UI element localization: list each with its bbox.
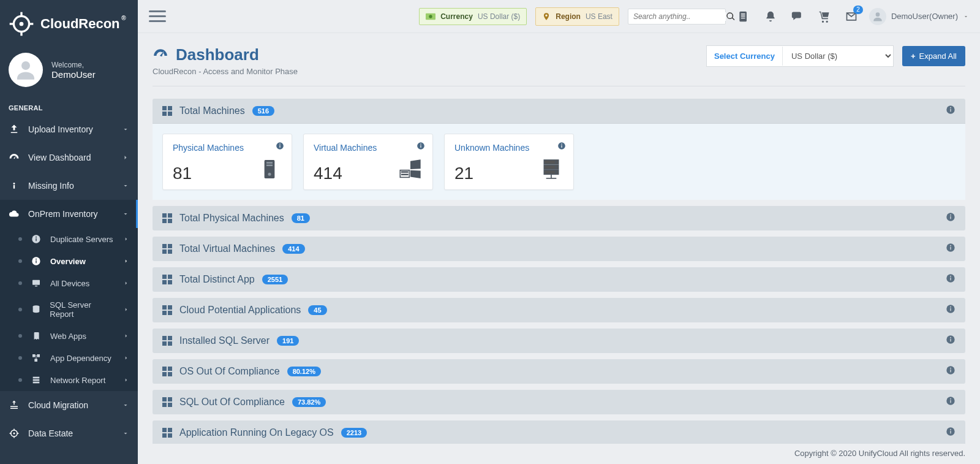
chevron-right-icon	[123, 306, 129, 313]
panel-legacy-os-apps: Application Running On Legacy OS 2213	[153, 420, 965, 444]
chevron-right-icon	[122, 154, 129, 161]
svg-rect-5	[29, 23, 34, 25]
card-unknown-machines[interactable]: Unknown Machines 21	[444, 134, 574, 190]
search-box[interactable]	[628, 9, 726, 25]
nav-app-dependency[interactable]: App Dependency	[0, 347, 138, 369]
nav-view-dashboard[interactable]: View Dashboard	[0, 143, 138, 172]
card-virtual-machines[interactable]: Virtual Machines 414	[303, 134, 433, 190]
panel-header[interactable]: Cloud Potential Applications 45	[153, 298, 965, 322]
nav-overview[interactable]: Overview	[0, 250, 138, 272]
panel-title: Total Machines	[179, 105, 245, 116]
panel-header[interactable]: Total Physical Machines 81	[153, 206, 965, 230]
info-icon[interactable]	[417, 142, 425, 150]
info-icon[interactable]	[946, 105, 956, 117]
chevron-right-icon	[123, 377, 129, 383]
svg-rect-10	[36, 238, 36, 242]
svg-rect-36	[266, 162, 273, 164]
rack-icon	[538, 157, 565, 183]
info-icon[interactable]	[276, 142, 284, 150]
info-icon[interactable]	[946, 212, 956, 224]
panel-header[interactable]: Application Running On Legacy OS 2213	[153, 420, 965, 444]
footer-copyright: Copyright © 2020 UnifyCloud All rights r…	[138, 444, 980, 464]
search-input[interactable]	[633, 12, 726, 21]
nav-sql-server-report[interactable]: SQL Server Report	[0, 294, 138, 325]
info-icon[interactable]	[557, 142, 566, 150]
bullet-icon	[18, 308, 22, 311]
sidebar: CloudRecon® Welcome, DemoUser GENERAL Up…	[0, 0, 138, 464]
svg-point-6	[21, 61, 30, 70]
page-subtitle: CloudRecon - Access and Monitor Phase	[153, 67, 298, 76]
svg-rect-33	[279, 145, 280, 148]
gauge-icon	[9, 152, 20, 163]
info-icon[interactable]	[946, 243, 956, 255]
divider	[153, 86, 965, 86]
expand-all-button[interactable]: + Expand All	[902, 46, 965, 66]
info-circle-icon	[31, 256, 42, 266]
panel-count: 2213	[341, 428, 367, 438]
bell-icon[interactable]	[761, 7, 780, 26]
grid-icon	[162, 275, 172, 284]
nav-duplicate-servers[interactable]: Duplicate Servers	[0, 228, 138, 250]
nav-missing-info[interactable]: Missing Info	[0, 172, 138, 200]
chevron-down-icon	[122, 401, 129, 409]
menu-toggle[interactable]	[149, 7, 166, 25]
svg-point-31	[950, 107, 951, 108]
svg-point-28	[876, 12, 880, 17]
panel-sql-compliance: SQL Out Of Compliance 73.82%	[153, 390, 965, 414]
currency-selector[interactable]: Currency US Dollar ($)	[419, 8, 527, 25]
nav-data-estate[interactable]: Data Estate	[0, 419, 138, 447]
svg-rect-66	[950, 308, 951, 311]
docs-icon[interactable]	[734, 7, 753, 26]
content-area: Dashboard CloudRecon - Access and Monito…	[138, 33, 980, 444]
page-title: Dashboard	[176, 45, 259, 64]
info-icon[interactable]	[946, 335, 956, 347]
nav-cloud-migration[interactable]: Cloud Migration	[0, 391, 138, 419]
network-icon	[31, 375, 42, 385]
info-circle-icon	[31, 234, 42, 244]
mail-icon[interactable]: 2	[842, 7, 861, 26]
section-label-general: GENERAL	[0, 96, 138, 115]
nav-upload-inventory[interactable]: Upload Inventory	[0, 115, 138, 143]
nav-network-report[interactable]: Network Report	[0, 369, 138, 391]
panel-header[interactable]: OS Out Of Compliance 80.12%	[153, 359, 965, 384]
panel-total-physical: Total Physical Machines 81	[153, 206, 965, 230]
cart-icon[interactable]	[815, 7, 834, 26]
card-title: Unknown Machines	[454, 143, 564, 153]
svg-rect-23	[33, 382, 40, 384]
panel-header[interactable]: SQL Out Of Compliance 73.82%	[153, 390, 965, 414]
svg-point-79	[950, 429, 951, 430]
svg-point-64	[950, 276, 951, 277]
info-icon[interactable]	[946, 427, 956, 439]
svg-point-53	[555, 161, 556, 162]
nav-all-devices[interactable]: All Devices	[0, 272, 138, 294]
nav-web-apps[interactable]: Web Apps	[0, 325, 138, 347]
avatar-small	[869, 8, 886, 25]
svg-point-70	[950, 337, 951, 338]
info-icon[interactable]	[946, 304, 956, 316]
region-selector[interactable]: Region US East	[535, 7, 619, 26]
svg-rect-15	[32, 280, 40, 285]
panel-header[interactable]: Total Virtual Machines 414	[153, 237, 965, 261]
info-icon[interactable]	[946, 396, 956, 408]
svg-point-54	[555, 167, 556, 168]
svg-rect-44	[401, 174, 409, 176]
panel-header[interactable]: Total Machines 516	[153, 99, 965, 123]
bullet-icon	[18, 281, 22, 285]
info-icon[interactable]	[946, 365, 956, 378]
svg-rect-60	[950, 247, 951, 250]
panel-count: 80.12%	[287, 367, 321, 376]
svg-rect-78	[950, 431, 951, 434]
currency-picker-select[interactable]: US Dollar ($)	[783, 46, 893, 66]
brand-logo: CloudRecon®	[0, 0, 138, 48]
panel-title: Installed SQL Server	[179, 335, 270, 346]
chat-icon[interactable]	[788, 7, 807, 26]
panel-header[interactable]: Installed SQL Server 191	[153, 329, 965, 353]
monitor-icon	[31, 278, 42, 288]
card-physical-machines[interactable]: Physical Machines 81	[162, 134, 292, 190]
svg-point-38	[268, 173, 271, 176]
info-icon[interactable]	[946, 273, 956, 286]
panel-header[interactable]: Total Distinct App 2551	[153, 267, 965, 292]
panel-title: OS Out Of Compliance	[179, 366, 280, 377]
nav-onprem-inventory[interactable]: OnPrem Inventory	[0, 200, 138, 228]
user-menu[interactable]: DemoUser(Owner)	[869, 8, 969, 25]
